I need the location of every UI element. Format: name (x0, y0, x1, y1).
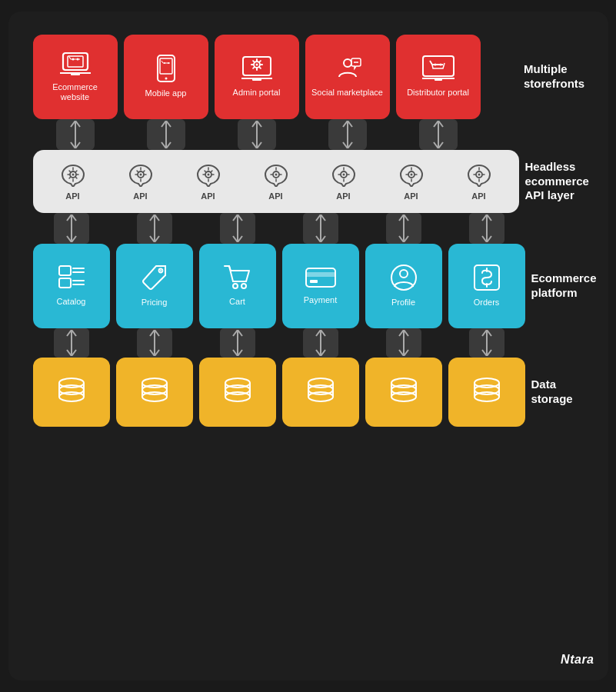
storefront-card-admin: Admin portal (215, 35, 299, 119)
pricing-icon (141, 264, 168, 291)
connector-2-4 (282, 213, 359, 244)
connector-2-2 (116, 213, 193, 244)
storage-card-1 (33, 358, 110, 427)
svg-point-24 (344, 59, 351, 67)
storefronts-label-wrap: Multiplestorefronts (518, 62, 593, 91)
svg-point-71 (342, 174, 345, 176)
svg-point-123 (59, 385, 84, 394)
storefront-card-distributor: Distributor portal (396, 35, 481, 119)
storefront-card-ecommerce: Ecommerce website (33, 35, 118, 119)
social-icon (333, 55, 362, 82)
platform-card-payment: Payment (282, 244, 359, 328)
storage-card-4 (282, 358, 359, 427)
orders-icon (473, 264, 501, 291)
cart-icon (223, 264, 252, 291)
svg-point-65 (275, 174, 277, 176)
svg-line-54 (137, 171, 138, 172)
svg-rect-28 (423, 56, 454, 76)
svg-rect-106 (310, 280, 318, 283)
storefront-label-social: Social marketplace (311, 88, 383, 98)
connector-1-5 (396, 119, 481, 150)
connector-1-2 (124, 119, 208, 150)
api-label-6: API (404, 191, 418, 201)
connector-3-4 (282, 328, 359, 358)
mobile-icon (157, 55, 175, 82)
svg-line-20 (253, 61, 254, 62)
storefront-card-mobile: Mobile app (124, 35, 208, 119)
storage-section-label: Datastorage (531, 378, 573, 407)
svg-line-23 (253, 68, 254, 68)
svg-point-25 (354, 62, 355, 63)
svg-line-22 (259, 61, 260, 62)
connector-3-2 (116, 328, 193, 358)
svg-point-8 (165, 78, 167, 80)
svg-line-46 (75, 171, 76, 172)
storefront-label-mobile: Mobile app (145, 88, 187, 98)
connector-3-5 (365, 328, 442, 358)
connector-row-1 (24, 119, 531, 150)
svg-line-55 (142, 171, 144, 172)
connector-3-1 (33, 328, 110, 358)
platform-label-catalog: Catalog (57, 297, 86, 307)
svg-rect-94 (59, 266, 71, 275)
api-label-5: API (336, 191, 350, 201)
api-card-6: API (381, 162, 442, 201)
storefront-label-distributor: Distributor portal (407, 88, 469, 98)
svg-point-83 (478, 174, 480, 176)
payment-icon (305, 266, 336, 289)
svg-line-62 (205, 171, 206, 172)
platform-card-catalog: Catalog (33, 244, 110, 328)
api-label-wrap: HeadlessecommerceAPI layer (519, 160, 593, 203)
svg-rect-30 (435, 78, 442, 81)
api-card-3: API (178, 162, 239, 201)
svg-point-143 (391, 385, 416, 394)
catalog-icon (58, 264, 85, 291)
platform-label-cart: Cart (229, 297, 245, 307)
platform-card-orders: Orders (448, 244, 525, 328)
storefronts-label: Multiplestorefronts (524, 62, 584, 91)
diagram-container: Ecommerce website Mobile app (8, 12, 608, 680)
storage-card-2 (116, 358, 193, 427)
platform-label-profile: Profile (391, 298, 415, 308)
storefronts-row-wrapper: Ecommerce website Mobile app (24, 35, 593, 119)
svg-rect-104 (306, 268, 335, 287)
svg-rect-13 (252, 78, 261, 81)
svg-point-15 (255, 64, 258, 66)
svg-point-102 (233, 284, 238, 288)
svg-rect-97 (59, 278, 71, 288)
svg-rect-3 (71, 73, 80, 75)
connector-2-6 (448, 213, 525, 244)
svg-line-44 (69, 171, 71, 172)
svg-point-103 (241, 284, 246, 288)
svg-point-27 (357, 62, 358, 63)
api-card-2: API (110, 162, 171, 201)
api-card-7: API (448, 162, 510, 201)
svg-line-47 (69, 177, 71, 178)
storefront-label-ecommerce: Ecommerce website (38, 82, 113, 102)
api-layer: API API (33, 150, 519, 213)
connector-3-3 (199, 328, 276, 358)
api-label-3: API (201, 191, 215, 201)
storage-row-wrapper: Datastorage (24, 358, 593, 427)
svg-point-101 (160, 270, 161, 271)
connector-2-5 (365, 213, 442, 244)
connector-1-1 (33, 119, 118, 150)
svg-point-133 (225, 385, 250, 394)
svg-point-39 (72, 174, 74, 176)
api-layer-label: HeadlessecommerceAPI layer (525, 160, 589, 203)
connector-1-4 (305, 119, 390, 150)
connector-3-6 (448, 328, 525, 358)
profile-icon (390, 264, 418, 291)
connector-2-3 (199, 213, 276, 244)
storage-label-wrap: Datastorage (525, 378, 593, 407)
svg-rect-105 (306, 272, 335, 277)
platform-label-pricing: Pricing (142, 298, 168, 308)
platform-label-orders: Orders (474, 298, 500, 308)
svg-point-49 (139, 174, 142, 176)
connector-2-1 (33, 213, 110, 244)
connector-row-2 (24, 213, 531, 244)
storage-card-6 (448, 358, 525, 427)
brand: Ntara (561, 653, 594, 667)
platform-row-wrapper: Catalog Pricing (24, 244, 593, 328)
api-card-4: API (245, 162, 307, 201)
